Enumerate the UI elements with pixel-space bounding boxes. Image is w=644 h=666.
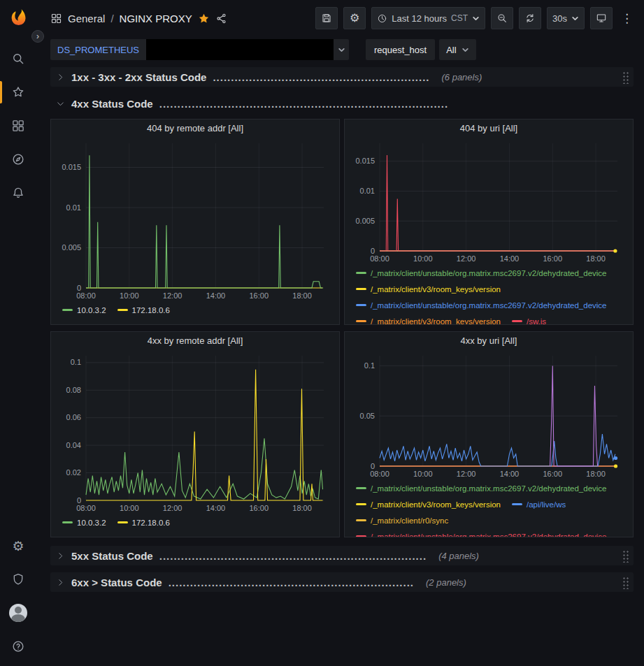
dashboard-canvas: 1xx - 3xx - 2xx Status Code ............…: [36, 63, 644, 666]
chevron-down-icon: [338, 46, 345, 54]
legend-series-color: [356, 503, 366, 505]
dashboard-title[interactable]: NGINX PROXY: [120, 13, 192, 24]
legend-item[interactable]: /api/live/ws: [512, 500, 566, 509]
row-4xx[interactable]: 4xx Status Code ........................…: [50, 94, 634, 113]
time-series-chart[interactable]: 00.020.040.060.080.108:0010:0012:0014:00…: [57, 350, 334, 514]
panel-4xx-by-remote-addr: 4xx by remote addr [All] 00.020.040.060.…: [50, 331, 340, 537]
refresh-button[interactable]: [519, 7, 541, 29]
row-title: 4xx Status Code: [71, 98, 153, 110]
chevron-down-icon: [56, 99, 65, 108]
svg-text:0.005: 0.005: [355, 217, 375, 225]
svg-text:14:00: 14:00: [206, 291, 226, 300]
sidebar-item-explore[interactable]: [0, 143, 36, 176]
panel-4xx-by-uri: 4xx by uri [All] 00.050.108:0010:0012:00…: [344, 331, 634, 537]
request-host-selected-option: All: [446, 45, 456, 55]
datasource-variable-label[interactable]: DS_PROMETHEUS: [50, 39, 146, 60]
row-6xx[interactable]: 6xx > Status Code ......................…: [50, 572, 634, 592]
save-icon: [321, 13, 332, 24]
time-series-chart[interactable]: 00.0050.010.01508:0010:0012:0014:0016:00…: [57, 138, 334, 302]
legend-item[interactable]: /_matrix/client/unstable/org.matrix.msc2…: [356, 269, 607, 277]
legend-item[interactable]: /_matrix/client/v3/room_keys/version: [356, 285, 501, 294]
favorite-star-icon[interactable]: [198, 13, 210, 24]
chevron-right-icon: [56, 551, 65, 560]
grafana-logo[interactable]: [6, 6, 30, 29]
legend-series-label: /_matrix/client/unstable/org.matrix.msc2…: [371, 269, 607, 277]
svg-text:12:00: 12:00: [457, 254, 476, 263]
svg-text:0.01: 0.01: [360, 187, 375, 195]
share-icon[interactable]: [215, 13, 227, 24]
legend-item[interactable]: 10.0.3.2: [62, 519, 106, 527]
legend-item[interactable]: /sw.js: [512, 317, 546, 326]
sidebar-item-settings[interactable]: ⚙: [0, 529, 36, 563]
dashboard-settings-button[interactable]: ⚙: [343, 7, 366, 29]
bell-icon: [11, 186, 25, 200]
svg-text:0.01: 0.01: [66, 203, 81, 212]
legend-item[interactable]: /_matrix/client/unstable/org.matrix.msc2…: [356, 533, 607, 538]
sidebar-item-server-admin[interactable]: [0, 563, 36, 596]
row-panel-count: (2 panels): [426, 577, 466, 588]
legend-item[interactable]: /_matrix/client/v3/room_keys/version: [356, 500, 501, 509]
legend-item[interactable]: /_matrix/client/v3/room_keys/version: [356, 317, 501, 326]
zoom-out-button[interactable]: [491, 7, 513, 29]
time-series-chart[interactable]: 00.050.108:0010:0012:0014:0016:0018:00: [350, 350, 627, 480]
save-dashboard-button[interactable]: [315, 7, 338, 29]
legend-row: /_matrix/client/r0/sync: [356, 512, 627, 528]
row-drag-handle[interactable]: [622, 71, 629, 84]
svg-text:16:00: 16:00: [543, 470, 563, 478]
row-drag-handle[interactable]: [622, 549, 629, 563]
shield-icon: [11, 572, 25, 586]
legend-series-label: 172.18.0.6: [132, 519, 170, 527]
sidebar-expand-button[interactable]: ›: [31, 30, 44, 43]
sidebar-item-help[interactable]: [0, 630, 36, 663]
panel-title[interactable]: 404 by uri [All]: [350, 120, 627, 138]
panel-grid: 404 by remote addr [All] 00.0050.010.015…: [50, 119, 634, 537]
sidebar-item-search[interactable]: [0, 42, 36, 75]
svg-text:16:00: 16:00: [543, 254, 563, 263]
legend-item[interactable]: /_matrix/client/unstable/org.matrix.msc2…: [356, 301, 607, 310]
legend-row: /_matrix/client/unstable/org.matrix.msc2…: [356, 480, 627, 496]
kebab-menu-button[interactable]: ⋮: [618, 11, 636, 26]
svg-text:10:00: 10:00: [120, 504, 139, 512]
legend-item[interactable]: 172.18.0.6: [117, 306, 170, 314]
sidebar-item-profile[interactable]: [0, 596, 36, 630]
legend-series-label: /sw.js: [527, 317, 546, 326]
svg-text:0: 0: [77, 496, 81, 505]
datasource-dropdown-caret[interactable]: [334, 39, 349, 60]
panel-title[interactable]: 404 by remote addr [All]: [57, 120, 334, 138]
row-dots: ........................................…: [213, 71, 429, 83]
header: General / NGINX PROXY ⚙ Last 12 hours CS…: [36, 0, 644, 36]
row-title: 6xx > Status Code: [71, 577, 162, 588]
legend-item[interactable]: 172.18.0.6: [117, 519, 170, 527]
tv-mode-button[interactable]: [590, 7, 613, 29]
legend-item[interactable]: /_matrix/client/r0/sync: [356, 516, 448, 525]
tv-monitor-icon: [596, 13, 607, 24]
datasource-variable-value[interactable]: [146, 39, 334, 60]
row-drag-handle[interactable]: [622, 576, 629, 589]
legend-row: /_matrix/client/unstable/org.matrix.msc2…: [356, 265, 627, 281]
request-host-variable-label[interactable]: request_host: [366, 39, 435, 60]
svg-text:08:00: 08:00: [76, 291, 96, 300]
sidebar-item-starred[interactable]: [0, 75, 36, 109]
panel-title[interactable]: 4xx by remote addr [All]: [57, 332, 334, 350]
time-range-picker[interactable]: Last 12 hours CST: [371, 7, 485, 29]
refresh-interval-picker[interactable]: 30s: [547, 7, 585, 29]
grafana-flame-icon: [8, 8, 28, 27]
request-host-variable-value[interactable]: All: [439, 39, 475, 60]
legend-item[interactable]: 10.0.3.2: [62, 306, 106, 314]
row-5xx[interactable]: 5xx Status Code ........................…: [50, 546, 634, 565]
row-1xx-3xx-2xx[interactable]: 1xx - 3xx - 2xx Status Code ............…: [50, 67, 634, 87]
panel-title[interactable]: 4xx by uri [All]: [350, 332, 627, 350]
legend: 10.0.3.2172.18.0.6: [57, 302, 334, 318]
sidebar: ⚙: [0, 0, 36, 666]
breadcrumb: General / NGINX PROXY: [50, 13, 227, 24]
legend-series-label: /_matrix/client/v3/room_keys/version: [371, 285, 501, 294]
time-series-chart[interactable]: 00.0050.010.01508:0010:0012:0014:0016:00…: [350, 138, 627, 265]
breadcrumb-folder[interactable]: General: [68, 13, 105, 24]
refresh-icon: [524, 13, 536, 24]
sidebar-item-dashboards[interactable]: [0, 109, 36, 143]
legend-item[interactable]: /_matrix/client/unstable/org.matrix.msc2…: [356, 484, 607, 493]
legend-series-color: [512, 503, 522, 505]
row-dots: ........................................…: [169, 577, 414, 588]
sidebar-item-alerting[interactable]: [0, 176, 36, 210]
legend-series-color: [117, 521, 128, 523]
